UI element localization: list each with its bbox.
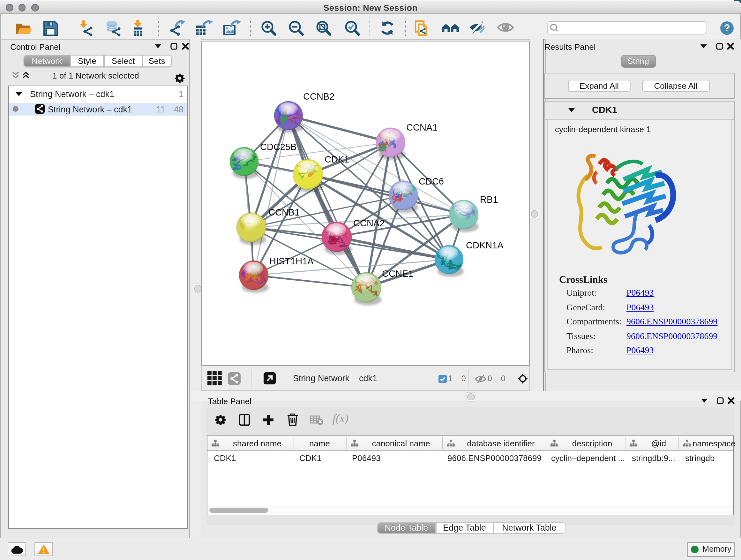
svg-text:?: ? (724, 22, 730, 34)
svg-text:HIST1H1A: HIST1H1A (269, 256, 314, 266)
svg-text:RB1: RB1 (480, 194, 498, 204)
svg-text:CCNB2: CCNB2 (303, 91, 334, 101)
svg-text:CDK1: CDK1 (325, 154, 349, 164)
svg-text:CCNB1: CCNB1 (268, 207, 300, 217)
svg-text:CDC25B: CDC25B (260, 141, 296, 152)
svg-text:CCNA1: CCNA1 (406, 122, 437, 132)
svg-text:CCNA2: CCNA2 (353, 218, 385, 228)
svg-text:CDC6: CDC6 (419, 176, 444, 186)
svg-text:CCNE1: CCNE1 (382, 268, 413, 278)
svg-text:CDKN1A: CDKN1A (466, 240, 503, 250)
